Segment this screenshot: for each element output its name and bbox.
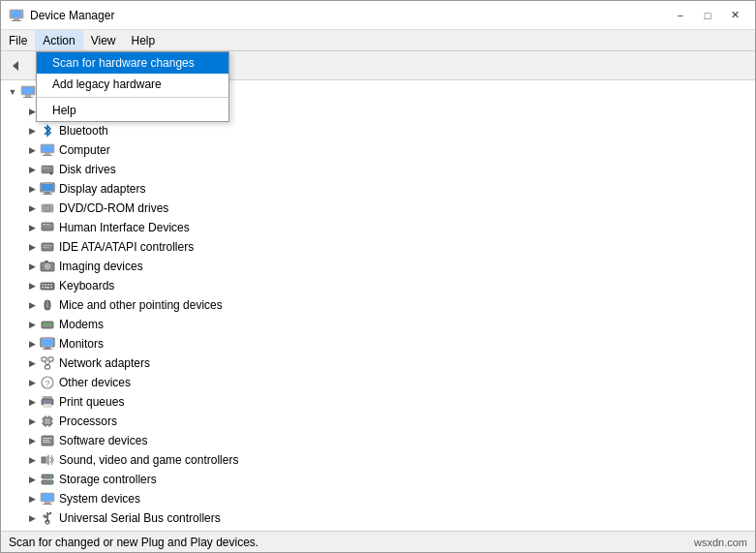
tree-item-sound[interactable]: ▶ Sound, video and game controllers [1, 450, 755, 470]
tree-item-bluetooth[interactable]: ▶ Bluetooth [1, 121, 755, 140]
computer-expand-icon[interactable]: ▶ [24, 142, 40, 158]
dropdown-item-legacy[interactable]: Add legacy hardware [37, 74, 228, 95]
monitors-label: Monitors [59, 337, 104, 351]
svg-rect-22 [23, 97, 33, 98]
sound-label: Sound, video and game controllers [59, 453, 238, 467]
svg-rect-109 [49, 512, 51, 514]
network-expand-icon[interactable]: ▶ [24, 355, 40, 371]
root-expand-icon[interactable]: ▼ [5, 84, 20, 100]
processors-expand-icon[interactable]: ▶ [24, 414, 40, 429]
imaging-icon [40, 259, 55, 274]
svg-rect-103 [45, 502, 50, 504]
imaging-expand-icon[interactable]: ▶ [24, 259, 40, 274]
ide-expand-icon[interactable]: ▶ [24, 239, 40, 255]
tree-item-imaging[interactable]: ▶ Imaging devices [1, 257, 755, 276]
tree-item-processors[interactable]: ▶ Processors [1, 412, 755, 431]
tree-item-print[interactable]: ▶ Print queues [1, 392, 755, 412]
svg-point-64 [46, 324, 48, 326]
print-queues-label: Print queues [59, 395, 124, 409]
device-tree[interactable]: ▼ DESKTOP-USER ▶ Batterie [1, 80, 755, 531]
svg-rect-55 [50, 284, 52, 286]
dropdown-item-help[interactable]: Help [37, 100, 228, 121]
tree-item-network[interactable]: ▶ Network adapters [1, 353, 755, 373]
svg-rect-3 [12, 20, 21, 21]
svg-rect-27 [42, 145, 53, 152]
svg-rect-104 [43, 504, 52, 505]
storage-expand-icon[interactable]: ▶ [24, 472, 40, 487]
status-right: wsxdn.com [694, 537, 747, 548]
usb-expand-icon[interactable]: ▶ [24, 510, 40, 526]
imaging-label: Imaging devices [59, 260, 143, 273]
svg-rect-45 [43, 245, 52, 246]
svg-rect-29 [43, 155, 52, 156]
keyboards-expand-icon[interactable]: ▶ [24, 278, 40, 293]
mice-label: Mice and other pointing devices [59, 298, 223, 312]
display-adapters-label: Display adapters [59, 182, 145, 196]
close-button[interactable]: ✕ [722, 6, 747, 25]
menu-item-action[interactable]: Action [35, 30, 82, 50]
svg-rect-2 [14, 18, 19, 20]
storage-icon [40, 472, 55, 487]
system-expand-icon[interactable]: ▶ [24, 491, 40, 507]
svg-rect-68 [45, 347, 50, 349]
menu-item-help[interactable]: Help [124, 30, 164, 50]
svg-rect-79 [44, 404, 51, 408]
tree-item-display[interactable]: ▶ Display adapters [1, 179, 755, 199]
tree-item-computer[interactable]: ▶ Computer [1, 140, 755, 160]
svg-rect-20 [22, 87, 34, 94]
svg-point-61 [46, 305, 48, 308]
dropdown-item-scan[interactable]: Scan for hardware changes [37, 52, 228, 74]
svg-line-74 [47, 361, 51, 365]
tree-item-mice[interactable]: ▶ Mice and other pointing devices [1, 295, 755, 315]
ide-icon [40, 239, 55, 255]
tree-item-system[interactable]: ▶ System devices [1, 489, 755, 508]
minimize-button[interactable]: − [668, 6, 693, 25]
dvd-expand-icon[interactable]: ▶ [24, 200, 40, 216]
svg-rect-70 [42, 357, 46, 361]
tree-item-disk-drives[interactable]: ▶ Disk drives [1, 160, 755, 179]
keyboard-icon [40, 278, 55, 293]
dvd-label: DVD/CD-ROM drives [59, 201, 168, 215]
dvd-icon [40, 200, 55, 216]
bluetooth-expand-icon[interactable]: ▶ [24, 123, 40, 138]
tree-item-software[interactable]: ▶ Software devices [1, 431, 755, 450]
svg-rect-71 [48, 357, 53, 361]
status-text: Scan for changed or new Plug and Play de… [9, 536, 258, 549]
system-devices-label: System devices [59, 492, 140, 506]
tree-item-monitors[interactable]: ▶ Monitors [1, 334, 755, 353]
maximize-button[interactable]: □ [695, 6, 720, 25]
tree-item-ide[interactable]: ▶ IDE ATA/ATAPI controllers [1, 237, 755, 257]
tree-item-storage[interactable]: ▶ Storage controllers [1, 470, 755, 489]
disk-icon [40, 162, 55, 177]
tree-item-hid[interactable]: ▶ Human Interface Devices [1, 218, 755, 237]
root-computer-icon [20, 84, 36, 100]
back-button[interactable] [5, 54, 28, 77]
disk-expand-icon[interactable]: ▶ [24, 162, 40, 177]
action-dropdown-menu: Scan for hardware changes Add legacy har… [36, 51, 229, 122]
mice-expand-icon[interactable]: ▶ [24, 297, 40, 313]
monitors-expand-icon[interactable]: ▶ [24, 336, 40, 352]
hid-expand-icon[interactable]: ▶ [24, 220, 40, 235]
dropdown-separator [37, 97, 228, 98]
sound-expand-icon[interactable]: ▶ [24, 452, 40, 468]
monitor-icon [40, 336, 55, 352]
tree-item-usb[interactable]: ▶ Universal Serial Bus controllers [1, 508, 755, 528]
menu-item-view[interactable]: View [83, 30, 124, 50]
svg-rect-95 [42, 457, 45, 463]
software-expand-icon[interactable]: ▶ [24, 433, 40, 448]
svg-rect-52 [42, 284, 44, 286]
svg-rect-35 [45, 192, 50, 194]
tree-item-other[interactable]: ▶ ? Other devices [1, 373, 755, 392]
hid-icon [40, 220, 55, 235]
tree-item-dvd[interactable]: ▶ DVD/CD-ROM drives [1, 199, 755, 218]
svg-rect-67 [42, 339, 53, 346]
modems-expand-icon[interactable]: ▶ [24, 317, 40, 332]
tree-item-keyboards[interactable]: ▶ Keyboards [1, 276, 755, 295]
menu-item-file[interactable]: File [1, 30, 35, 50]
print-expand-icon[interactable]: ▶ [24, 394, 40, 410]
other-expand-icon[interactable]: ▶ [24, 375, 40, 390]
svg-marker-96 [45, 454, 49, 466]
tree-item-modems[interactable]: ▶ Modems [1, 315, 755, 334]
display-expand-icon[interactable]: ▶ [24, 181, 40, 197]
svg-rect-92 [43, 438, 52, 439]
